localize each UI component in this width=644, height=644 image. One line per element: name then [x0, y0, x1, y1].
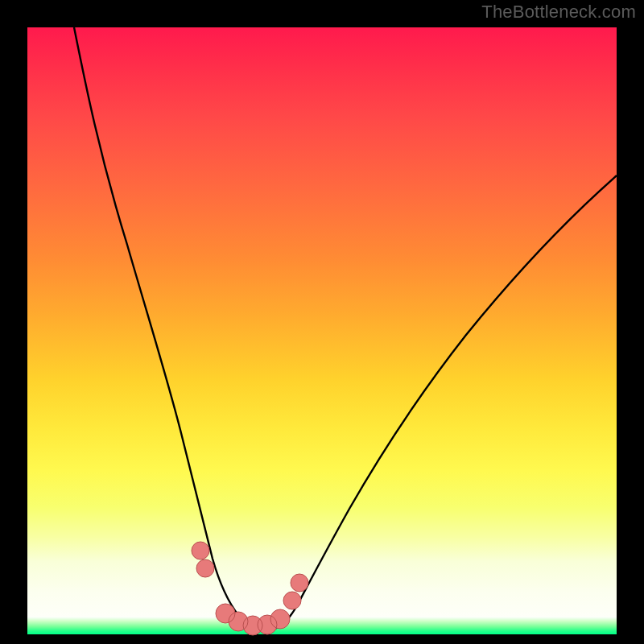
chart-frame: TheBottleneck.com	[0, 0, 644, 644]
valley-markers	[192, 542, 308, 635]
bottleneck-curve	[74, 27, 617, 630]
curve-layer	[27, 27, 617, 634]
plot-area	[27, 27, 617, 634]
watermark-text: TheBottleneck.com	[481, 2, 636, 23]
